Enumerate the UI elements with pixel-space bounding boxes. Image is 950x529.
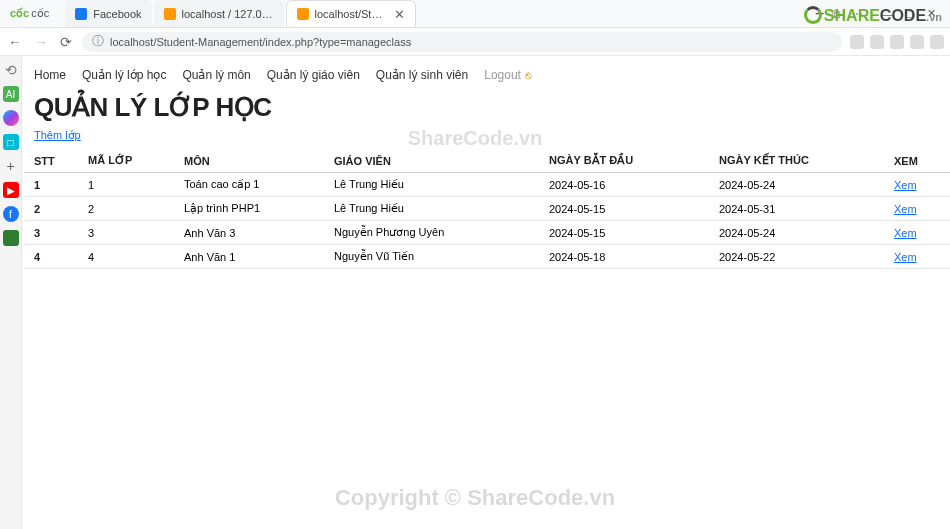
cell-gv: Lê Trung Hiếu — [324, 173, 539, 197]
ext-icon-2[interactable] — [870, 35, 884, 49]
reload-button[interactable]: ⟳ — [58, 34, 74, 50]
cell-gv: Lê Trung Hiếu — [324, 197, 539, 221]
cell-ma: 2 — [78, 197, 174, 221]
column-header: MÃ LỚP — [78, 149, 174, 173]
column-header: MÔN — [174, 149, 324, 173]
tab-title: localhost/Student-Management — [315, 8, 388, 20]
browser-sidebar: ⟲ AI □ + ▶ f — [0, 56, 22, 529]
cell-start: 2024-05-15 — [539, 197, 709, 221]
tab-close-icon[interactable]: ✕ — [394, 8, 405, 21]
tab-favicon-icon — [164, 8, 176, 20]
cell-mon: Toán cao cấp 1 — [174, 173, 324, 197]
tab-favicon-icon — [75, 8, 87, 20]
cell-stt: 1 — [24, 173, 78, 197]
app-nav: HomeQuản lý lớp họcQuản lý mônQuản lý gi… — [22, 64, 950, 86]
class-table: STTMÃ LỚPMÔNGIÁO VIÊNNGÀY BẮT ĐẦUNGÀY KẾ… — [24, 149, 950, 269]
sidebar-add-icon[interactable]: + — [3, 158, 19, 174]
cell-end: 2024-05-31 — [709, 197, 884, 221]
tab-favicon-icon — [297, 8, 309, 20]
address-bar: ← → ⟳ ⓘ localhost/Student-Management/ind… — [0, 28, 950, 56]
history-icon[interactable]: ⟲ — [3, 62, 19, 78]
url-input[interactable]: ⓘ localhost/Student-Management/index.php… — [82, 32, 842, 52]
url-text: localhost/Student-Management/index.php?t… — [110, 36, 411, 48]
ext-icon-3[interactable] — [890, 35, 904, 49]
cell-mon: Lập trình PHP1 — [174, 197, 324, 221]
cell-end: 2024-05-24 — [709, 221, 884, 245]
cell-start: 2024-05-15 — [539, 221, 709, 245]
tab-title: Facebook — [93, 8, 141, 20]
ext-icon-1[interactable] — [850, 35, 864, 49]
title-extras: ⧉ ⋯ — [832, 7, 871, 21]
column-header: NGÀY BẮT ĐẦU — [539, 149, 709, 173]
nav-link[interactable]: Quản lý sinh viên — [376, 68, 468, 82]
table-row: 11Toán cao cấp 1Lê Trung Hiếu2024-05-162… — [24, 173, 950, 197]
cell-stt: 4 — [24, 245, 78, 269]
close-button[interactable]: ✕ — [927, 7, 936, 20]
back-button[interactable]: ← — [6, 34, 24, 50]
green-app-icon[interactable] — [3, 230, 19, 246]
nav-link[interactable]: Quản lý giáo viên — [267, 68, 360, 82]
cell-view: Xem — [884, 245, 950, 269]
cell-view: Xem — [884, 197, 950, 221]
cell-start: 2024-05-16 — [539, 173, 709, 197]
messenger-icon[interactable] — [3, 110, 19, 126]
column-header: XEM — [884, 149, 950, 173]
cell-stt: 3 — [24, 221, 78, 245]
cell-ma: 3 — [78, 221, 174, 245]
forward-button[interactable]: → — [32, 34, 50, 50]
page-content: HomeQuản lý lớp họcQuản lý mônQuản lý gi… — [22, 56, 950, 529]
menu-dots-icon[interactable]: ⋯ — [851, 7, 863, 21]
view-link[interactable]: Xem — [894, 227, 917, 239]
page-title: QUẢN LÝ LỚP HỌC — [22, 86, 950, 125]
browser-title-bar: cốc cốc Facebooklocalhost / 127.0.0.1 / … — [0, 0, 950, 28]
add-class-link[interactable]: Thêm lớp — [34, 129, 81, 141]
nav-link[interactable]: Quản lý lớp học — [82, 68, 166, 82]
browser-logo: cốc cốc — [4, 7, 55, 20]
cell-start: 2024-05-18 — [539, 245, 709, 269]
cell-end: 2024-05-24 — [709, 173, 884, 197]
info-icon[interactable]: ⓘ — [92, 33, 104, 50]
cell-view: Xem — [884, 173, 950, 197]
view-link[interactable]: Xem — [894, 251, 917, 263]
table-row: 33Anh Văn 3Nguyễn Phương Uyên2024-05-152… — [24, 221, 950, 245]
logout-link[interactable]: Logout ⎋ — [484, 68, 532, 82]
new-tab-button[interactable]: + — [807, 5, 832, 23]
cell-end: 2024-05-22 — [709, 245, 884, 269]
window-controls: — □ ✕ — [871, 7, 946, 20]
column-header: NGÀY KẾT THÚC — [709, 149, 884, 173]
logout-icon: ⎋ — [525, 69, 532, 81]
tab-title: localhost / 127.0.0.1 / appsinhvien — [182, 8, 274, 20]
cell-ma: 4 — [78, 245, 174, 269]
cell-gv: Nguyễn Phương Uyên — [324, 221, 539, 245]
cell-mon: Anh Văn 1 — [174, 245, 324, 269]
minimize-button[interactable]: — — [881, 8, 892, 20]
screenshot-icon[interactable]: ⧉ — [832, 7, 841, 21]
tab-strip: Facebooklocalhost / 127.0.0.1 / appsinhv… — [65, 0, 807, 27]
table-row: 22Lập trình PHP1Lê Trung Hiếu2024-05-152… — [24, 197, 950, 221]
browser-tab[interactable]: localhost/Student-Management✕ — [286, 0, 416, 27]
maximize-button[interactable]: □ — [906, 8, 913, 20]
cell-gv: Nguyễn Vũ Tiến — [324, 245, 539, 269]
browser-tab[interactable]: localhost / 127.0.0.1 / appsinhvien — [154, 0, 284, 27]
view-link[interactable]: Xem — [894, 203, 917, 215]
ext-icon-5[interactable] — [930, 35, 944, 49]
ext-icon-4[interactable] — [910, 35, 924, 49]
table-row: 44Anh Văn 1Nguyễn Vũ Tiến2024-05-182024-… — [24, 245, 950, 269]
youtube-icon[interactable]: ▶ — [3, 182, 19, 198]
cell-mon: Anh Văn 3 — [174, 221, 324, 245]
cell-ma: 1 — [78, 173, 174, 197]
browser-tab[interactable]: Facebook — [65, 0, 151, 27]
column-header: GIÁO VIÊN — [324, 149, 539, 173]
cell-view: Xem — [884, 221, 950, 245]
nav-link[interactable]: Home — [34, 68, 66, 82]
view-link[interactable]: Xem — [894, 179, 917, 191]
layout: ⟲ AI □ + ▶ f HomeQuản lý lớp họcQuản lý … — [0, 56, 950, 529]
nav-link[interactable]: Quản lý môn — [182, 68, 250, 82]
toolbar-right — [850, 35, 944, 49]
teal-app-icon[interactable]: □ — [3, 134, 19, 150]
cell-stt: 2 — [24, 197, 78, 221]
ai-icon[interactable]: AI — [3, 86, 19, 102]
column-header: STT — [24, 149, 78, 173]
facebook-icon[interactable]: f — [3, 206, 19, 222]
